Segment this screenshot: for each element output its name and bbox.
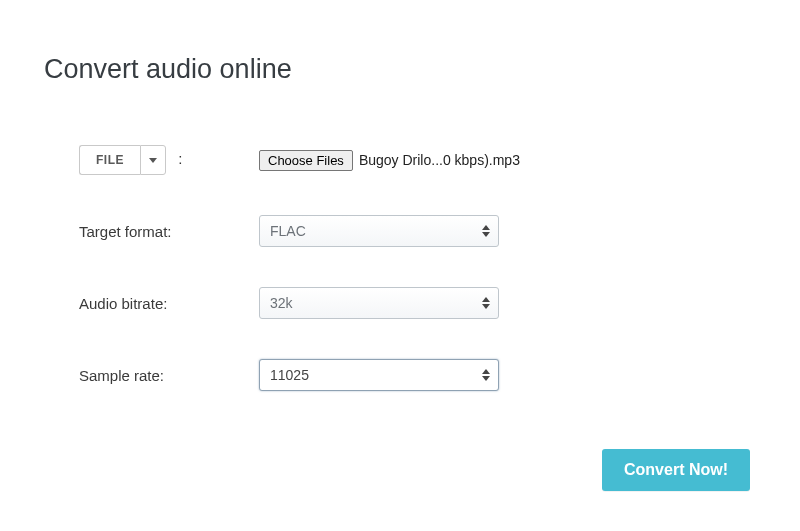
target-format-value: FLAC xyxy=(270,223,306,239)
caret-down-icon xyxy=(149,158,157,163)
select-arrows-icon xyxy=(482,225,490,237)
select-arrows-icon xyxy=(482,369,490,381)
sample-rate-value: 11025 xyxy=(270,367,309,383)
file-split-button: FILE xyxy=(79,145,166,175)
file-row: FILE : Choose Files Bugoy Drilo...0 kbps… xyxy=(44,145,756,175)
sample-rate-row: Sample rate: 11025 xyxy=(44,359,756,391)
target-format-label: Target format: xyxy=(79,223,259,240)
file-colon: : xyxy=(178,150,182,167)
audio-bitrate-label: Audio bitrate: xyxy=(79,295,259,312)
choose-files-button[interactable]: Choose Files xyxy=(259,150,353,171)
file-picker: Choose Files Bugoy Drilo...0 kbps).mp3 xyxy=(259,150,520,171)
page-root: Convert audio online FILE : Choose Files… xyxy=(0,0,800,531)
audio-bitrate-select[interactable]: 32k xyxy=(259,287,499,319)
selected-file-name: Bugoy Drilo...0 kbps).mp3 xyxy=(359,152,520,168)
convert-now-button[interactable]: Convert Now! xyxy=(602,449,750,491)
file-button[interactable]: FILE xyxy=(79,145,140,175)
target-format-select[interactable]: FLAC xyxy=(259,215,499,247)
audio-bitrate-row: Audio bitrate: 32k xyxy=(44,287,756,319)
file-source-cell: FILE : xyxy=(79,145,259,175)
select-arrows-icon xyxy=(482,297,490,309)
page-title: Convert audio online xyxy=(44,54,756,85)
sample-rate-label: Sample rate: xyxy=(79,367,259,384)
file-dropdown-toggle[interactable] xyxy=(140,145,166,175)
audio-bitrate-value: 32k xyxy=(270,295,293,311)
sample-rate-select[interactable]: 11025 xyxy=(259,359,499,391)
target-format-row: Target format: FLAC xyxy=(44,215,756,247)
